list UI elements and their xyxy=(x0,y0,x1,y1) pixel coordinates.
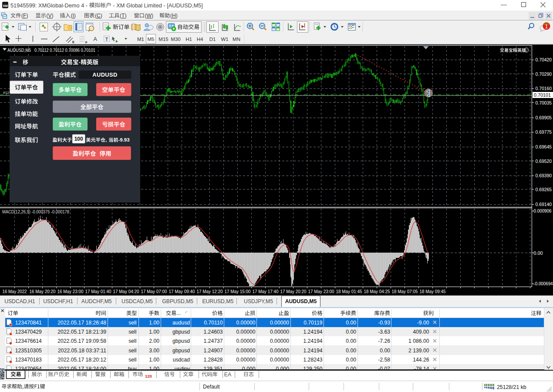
svg-text:0.000: 0.000 xyxy=(276,366,290,372)
svg-text:sell: sell xyxy=(128,357,136,363)
svg-text:W1: W1 xyxy=(221,37,228,42)
svg-text:0.00000: 0.00000 xyxy=(236,357,255,363)
svg-text:51945599: XMGlobal-Demo 4 -: 51945599: XMGlobal-Demo 4 - xyxy=(10,2,88,9)
svg-text:-0.000694: -0.000694 xyxy=(534,281,553,286)
svg-text:(W): (W) xyxy=(145,13,153,19)
svg-text:3.00: 3.00 xyxy=(149,348,159,354)
svg-text:17 May 04:20: 17 May 04:20 xyxy=(113,289,139,294)
svg-text:sell: sell xyxy=(128,320,136,326)
svg-text:123510305: 123510305 xyxy=(15,348,42,354)
svg-text:gbpusd: gbpusd xyxy=(172,338,190,344)
svg-text:17 May 09:40: 17 May 09:40 xyxy=(169,289,195,294)
svg-text:usdcad: usdcad xyxy=(173,357,190,363)
svg-text:0.70420: 0.70420 xyxy=(536,57,552,62)
svg-text:buy: buy xyxy=(128,366,137,372)
svg-text:1.24737: 1.24737 xyxy=(203,338,223,344)
svg-text:0.00: 0.00 xyxy=(346,348,356,354)
svg-text:17 May 01:40: 17 May 01:40 xyxy=(85,289,111,294)
svg-text:0.000906: 0.000906 xyxy=(534,208,552,213)
svg-text:0.69265: 0.69265 xyxy=(536,187,552,192)
svg-text:0.00000: 0.00000 xyxy=(270,338,289,344)
svg-text:2.00: 2.00 xyxy=(149,338,159,344)
svg-text:0.70119: 0.70119 xyxy=(303,320,322,326)
svg-text:1 086.00: 1 086.00 xyxy=(408,338,429,344)
svg-text:0.00000: 0.00000 xyxy=(236,329,255,335)
svg-text:0.70112 0.70112 0.70086 0.7010: 0.70112 0.70112 0.70086 0.70101 xyxy=(34,47,95,53)
svg-text:18 May 07:05: 18 May 07:05 xyxy=(392,289,418,294)
svg-text:USDCHF,H1: USDCHF,H1 xyxy=(43,298,73,304)
svg-text:123470429: 123470429 xyxy=(15,329,42,335)
svg-text:1.28243: 1.28243 xyxy=(303,357,322,363)
svg-text:0.00: 0.00 xyxy=(346,329,356,335)
svg-text:0.00000: 0.00000 xyxy=(270,357,289,363)
svg-text:0.00000: 0.00000 xyxy=(270,320,289,326)
svg-text:M1: M1 xyxy=(137,37,144,42)
svg-text:0.00: 0.00 xyxy=(346,338,356,344)
svg-text:0.69390: 0.69390 xyxy=(536,173,552,178)
svg-text:18 May 09:45: 18 May 09:45 xyxy=(420,289,446,294)
svg-text:MACD(12,26,9) -0.000375 -0.000: MACD(12,26,9) -0.000375 -0.000178 xyxy=(2,209,69,214)
svg-text:2022.05.17 18:26:48: 2022.05.17 18:26:48 xyxy=(57,320,106,326)
svg-text:0.00: 0.00 xyxy=(346,357,356,363)
svg-text:17 May 07:00: 17 May 07:00 xyxy=(141,289,167,294)
svg-text:1.28428: 1.28428 xyxy=(203,357,223,363)
svg-text:123470183: 123470183 xyxy=(15,357,42,363)
svg-text:1.24194: 1.24194 xyxy=(303,338,322,344)
svg-text:18 May 01:45: 18 May 01:45 xyxy=(336,289,362,294)
svg-text:2022.05.17 19:09:58: 2022.05.17 19:09:58 xyxy=(57,338,106,344)
svg-text:gbpusd: gbpusd xyxy=(172,329,190,335)
svg-text:GBPUSD,M5: GBPUSD,M5 xyxy=(162,298,193,304)
svg-text:0.70290: 0.70290 xyxy=(536,71,552,77)
svg-text:17 May 20:20: 17 May 20:20 xyxy=(280,289,307,294)
svg-text:25128/21 kb: 25128/21 kb xyxy=(497,384,526,390)
svg-text:2 139.00: 2 139.00 xyxy=(408,348,429,354)
svg-text:0.00000: 0.00000 xyxy=(270,348,289,354)
svg-text:,: , xyxy=(105,137,107,142)
svg-text:0.69905: 0.69905 xyxy=(536,115,552,120)
svg-text:129.351: 129.351 xyxy=(203,366,223,372)
svg-text:(T): (T) xyxy=(120,13,127,19)
svg-text:0.00000: 0.00000 xyxy=(236,338,255,344)
svg-text:usdjpy: usdjpy xyxy=(175,366,190,372)
svg-text:0.00000: 0.00000 xyxy=(236,320,255,326)
svg-text:0.00: 0.00 xyxy=(346,320,356,326)
svg-text:USDJPY,M5: USDJPY,M5 xyxy=(244,298,273,304)
svg-text:17 May 17:40: 17 May 17:40 xyxy=(253,289,279,294)
svg-text:-3.63: -3.63 xyxy=(378,329,390,335)
svg-text:...: ... xyxy=(176,310,181,316)
svg-text:USDCAD,M5: USDCAD,M5 xyxy=(121,298,153,304)
svg-text:H1: H1 xyxy=(185,37,192,42)
svg-text:0.70160: 0.70160 xyxy=(536,86,552,91)
svg-text:2022.05.17 18:21:39: 2022.05.17 18:21:39 xyxy=(57,329,106,335)
svg-text:123476614: 123476614 xyxy=(15,338,42,344)
svg-text:2022.05.18 03:37:11: 2022.05.18 03:37:11 xyxy=(58,348,106,354)
svg-text:-9.93: -9.93 xyxy=(118,137,130,142)
svg-text:0.00000: 0.00000 xyxy=(270,329,289,335)
svg-text:AUDCHF,M5: AUDCHF,M5 xyxy=(81,298,112,304)
svg-text:0.70110: 0.70110 xyxy=(204,320,223,326)
svg-text:-2.58: -2.58 xyxy=(378,357,390,363)
svg-text:0.70101: 0.70101 xyxy=(534,92,551,98)
svg-text:16 May 20:20: 16 May 20:20 xyxy=(30,289,56,294)
svg-text:17 May 12:20: 17 May 12:20 xyxy=(197,289,223,294)
svg-text:0.000: 0.000 xyxy=(242,366,256,372)
svg-text:17 May 15:00: 17 May 15:00 xyxy=(225,289,251,294)
svg-text:129.250: 129.250 xyxy=(303,366,322,372)
svg-text:1: 1 xyxy=(545,24,548,30)
svg-text:409.00: 409.00 xyxy=(413,329,429,335)
svg-text:H4: H4 xyxy=(197,37,203,42)
svg-text:AUDUSD,M5: AUDUSD,M5 xyxy=(7,47,31,53)
svg-text:0.00: 0.00 xyxy=(346,366,356,372)
svg-text:M30: M30 xyxy=(171,37,180,42)
svg-text:AUDUSD,M5: AUDUSD,M5 xyxy=(285,298,317,304)
svg-text:100: 100 xyxy=(74,136,83,142)
svg-text:(H): (H) xyxy=(170,13,178,19)
svg-text:2022.05.17 18:20:12: 2022.05.17 18:20:12 xyxy=(57,357,106,363)
svg-text:17 May 23:00: 17 May 23:00 xyxy=(308,289,334,294)
svg-text:0.69645: 0.69645 xyxy=(536,144,552,149)
svg-text:1.00: 1.00 xyxy=(149,357,159,363)
svg-text:144.26: 144.26 xyxy=(413,357,429,363)
svg-text:Default: Default xyxy=(203,384,220,390)
svg-text:gbpusd: gbpusd xyxy=(172,348,190,354)
svg-text:EA: EA xyxy=(224,372,232,378)
